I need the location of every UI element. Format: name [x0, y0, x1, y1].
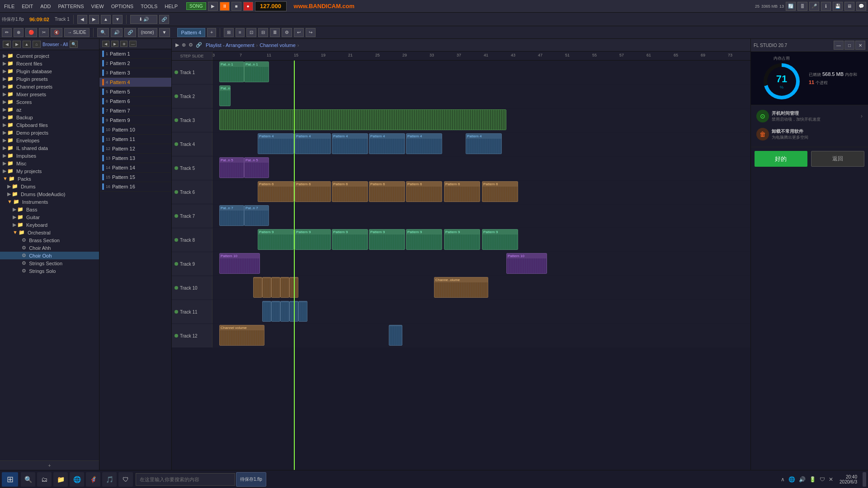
sidebar-item-guitar[interactable]: ▶📁Guitar [0, 213, 99, 221]
tray-volume[interactable]: 🔊 [798, 475, 807, 483]
sidebar-back[interactable]: ◀ [3, 41, 11, 48]
pattern-block-11-0[interactable] [262, 301, 271, 322]
none-dropdown[interactable]: ▼ [159, 28, 170, 37]
arr-extra7[interactable]: ↩ [294, 28, 304, 37]
arr-extra5[interactable]: ≣ [270, 28, 280, 37]
sidebar-add-button[interactable]: + [0, 460, 99, 470]
pattern-list-btn4[interactable]: — [129, 41, 137, 47]
pattern-block-4-1[interactable]: Pattern 4 [295, 133, 331, 154]
scroll-icon[interactable]: 🔗 [159, 15, 169, 24]
pattern-block-4-0[interactable]: Pattern 4 [258, 133, 294, 154]
arr-tool-brush[interactable]: 🔴 [25, 28, 37, 37]
track-content-6[interactable]: Pattern 6 Pattern 6 Pattern 6 Pattern 6 … [212, 180, 750, 204]
sidebar-item-clipboard-files[interactable]: ▶📁Clipboard files [0, 121, 99, 129]
tray-x[interactable]: ✕ [828, 475, 834, 483]
sidebar-item-current-project[interactable]: ▶📁Current project [0, 52, 99, 60]
pattern-block-6-1[interactable]: Pattern 6 [295, 181, 331, 202]
sidebar-item-instruments[interactable]: ▼📁Instruments [0, 198, 99, 206]
arr-tool-zoom[interactable]: 🔍 [97, 28, 109, 37]
mic-icon[interactable]: 🎤 [809, 2, 819, 11]
arr-extra6[interactable]: ⚙ [282, 28, 292, 37]
pattern-list-btn2[interactable]: ▶ [111, 41, 118, 47]
pattern-block-4-4[interactable]: Pattern 4 [406, 133, 442, 154]
track-content-1[interactable]: Pat..n 1 Pat..n 1 [212, 61, 750, 84]
back-btn[interactable]: ◀ [77, 15, 87, 24]
ok-button[interactable]: 好的 [755, 151, 807, 167]
sidebar-item-misc[interactable]: ▶📁Misc [0, 160, 99, 167]
pattern-block-6-5[interactable]: Pattern 6 [444, 181, 480, 202]
tray-battery[interactable]: 🔋 [808, 475, 817, 483]
track-content-9[interactable]: Pattern 10 Pattern 10 [212, 252, 750, 276]
pattern-item-9[interactable]: 9 Pattern 9 [99, 116, 171, 125]
menu-patterns[interactable]: PATTERNS [56, 3, 86, 10]
update-icon[interactable]: 🔄 [786, 2, 796, 11]
taskbar-task-icon[interactable]: 🗂 [37, 472, 52, 487]
pattern-list-btn1[interactable]: ◀ [102, 41, 109, 47]
menu-view[interactable]: VIEW [89, 3, 106, 10]
bpm-display[interactable]: 127.000 [255, 1, 287, 11]
sidebar-home[interactable]: ⌂ [33, 41, 41, 48]
pattern-block-3-0[interactable] [219, 109, 506, 130]
pattern-block-10-2[interactable] [271, 277, 280, 298]
pattern-item-15[interactable]: 15 Pattern 15 [99, 173, 171, 182]
sidebar-item-choir-ooh[interactable]: ⚙Choir Ooh [0, 252, 99, 259]
display-icon[interactable]: 🖥 [844, 2, 854, 11]
pattern-block-6-2[interactable]: Pattern 6 [332, 181, 368, 202]
track-content-5[interactable]: Pat..n 5 Pat..n 5 [212, 156, 750, 180]
pattern-block-6-3[interactable]: Pattern 6 [369, 181, 405, 202]
taskbar-app2-icon[interactable]: 🎵 [102, 472, 117, 487]
pattern-block-10-5[interactable]: Channe..olume [434, 277, 488, 298]
arr-extra3[interactable]: ⊡ [246, 28, 256, 37]
pattern-item-16[interactable]: 16 Pattern 16 [99, 182, 171, 192]
pattern-block-11-1[interactable] [271, 301, 280, 322]
show-desktop-btn[interactable] [863, 472, 866, 487]
ruler[interactable]: 37111519212529333741434751555761656973 [212, 52, 750, 60]
pattern-block-10-1[interactable] [262, 277, 271, 298]
save-icon[interactable]: 💾 [833, 2, 843, 11]
up-btn[interactable]: ▲ [101, 15, 111, 24]
pattern-block-12-1[interactable] [389, 325, 402, 346]
pattern-block-8-3[interactable]: Pattern 9 [369, 229, 405, 250]
pattern-block-1-1[interactable]: Pat..n 1 [244, 61, 269, 82]
play-button[interactable]: ▶ [208, 2, 218, 11]
menu-help[interactable]: HELP [162, 3, 180, 10]
pattern-block-8-4[interactable]: Pattern 9 [406, 229, 442, 250]
pattern-block-1-0[interactable]: Pat..n 1 [219, 61, 244, 82]
track-content-12[interactable]: Channel volume [212, 324, 750, 347]
sidebar-item-drums[interactable]: ▶📁Drums [0, 183, 99, 190]
sidebar-item-recent-files[interactable]: ▶📁Recent files [0, 60, 99, 67]
taskbar-app-fl[interactable]: 待保存1.flp [236, 472, 266, 487]
pattern-item-10[interactable]: 10 Pattern 10 [99, 125, 171, 135]
pattern-block-10-0[interactable] [253, 277, 262, 298]
pattern-item-4[interactable]: 4 Pattern 4 [99, 78, 171, 87]
taskbar-app1-icon[interactable]: 🦸 [86, 472, 100, 487]
sidebar-item-scores[interactable]: ▶📁Scores [0, 98, 99, 106]
sidebar-item-my-projects[interactable]: ▶📁My projects [0, 167, 99, 175]
arr-tool-select[interactable]: ⊕ [14, 28, 24, 37]
sidebar-up[interactable]: ▲ [23, 41, 31, 48]
sidebar-item-channel-presets[interactable]: ▶📁Channel presets [0, 83, 99, 90]
arr-extra8[interactable]: ↪ [306, 28, 316, 37]
start-button[interactable]: ⊞ [2, 472, 18, 487]
pattern-block-7-0[interactable]: Pat..n 7 [219, 205, 244, 226]
sidebar-item-keyboard[interactable]: ▶📁Keyboard [0, 221, 99, 229]
pattern-item-13[interactable]: 13 Pattern 13 [99, 154, 171, 163]
arr-tool-snap[interactable]: 🔊 [111, 28, 123, 37]
arr-breadcrumb-channel[interactable]: Channel volume [259, 42, 296, 48]
arr-tool-link[interactable]: 🔗 [124, 28, 136, 37]
taskbar-search-input[interactable] [136, 473, 235, 486]
arr-extra1[interactable]: ⊞ [224, 28, 234, 37]
pattern-item-12[interactable]: 12 Pattern 12 [99, 144, 171, 154]
info-icon[interactable]: ℹ [821, 2, 831, 11]
pattern-item-5[interactable]: 5 Pattern 5 [99, 87, 171, 97]
sidebar-item-az[interactable]: ▶📁az [0, 106, 99, 113]
arr-tool-draw[interactable]: ✏ [2, 28, 12, 37]
pattern-block-8-6[interactable]: Pattern 9 [482, 229, 518, 250]
arr-breadcrumb-playlist[interactable]: Playlist - Arrangement [206, 42, 255, 48]
down-btn[interactable]: ▼ [113, 15, 123, 24]
sidebar-item-brass-section[interactable]: ⚙Brass Section [0, 236, 99, 244]
tracks-container[interactable]: Track 1 Pat..n 1 Pat..n 1 Track 2 Pat..n… [172, 61, 750, 470]
pattern-block-7-1[interactable]: Pat..n 7 [244, 205, 269, 226]
pattern-block-10-3[interactable] [280, 277, 289, 298]
track-content-8[interactable]: Pattern 9 Pattern 9 Pattern 9 Pattern 9 … [212, 228, 750, 252]
